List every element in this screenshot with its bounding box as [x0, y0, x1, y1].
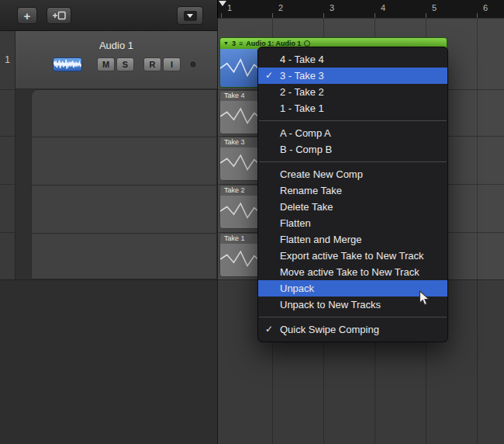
- menu-item-create-new-comp[interactable]: Create New Comp: [258, 166, 447, 182]
- check-icon: ✓: [265, 68, 273, 84]
- plus-icon: +: [24, 9, 31, 23]
- bar-tick: [477, 13, 478, 18]
- menu-separator: [259, 161, 447, 162]
- lane-divider: [32, 233, 216, 234]
- bar-tick: [272, 13, 273, 18]
- bar-tick: [221, 13, 222, 18]
- bar-number: 6: [483, 3, 488, 12]
- solo-button[interactable]: S: [116, 57, 134, 71]
- menu-item-rename-take[interactable]: Rename Take: [258, 182, 447, 199]
- lane-divider: [0, 232, 15, 233]
- disclosure-triangle-icon[interactable]: ▼: [223, 38, 229, 49]
- menu-item-quick-swipe-comping[interactable]: ✓ Quick Swipe Comping: [258, 321, 447, 338]
- menu-item-label: A - Comp A: [280, 127, 331, 139]
- menu-item-label: Quick Swipe Comping: [280, 324, 379, 335]
- menu-item-label: Export active Take to New Track: [280, 250, 423, 262]
- menu-item-comp-b[interactable]: B - Comp B: [258, 141, 447, 158]
- menu-item-label: 2 - Take 2: [280, 86, 324, 98]
- take-count: 3: [232, 40, 236, 47]
- menu-item-label: Unpack to New Tracks: [280, 299, 381, 310]
- duplicate-track-button[interactable]: [47, 7, 71, 24]
- menu-item-label: B - Comp B: [280, 144, 332, 155]
- menu-item-flatten-and-merge[interactable]: Flatten and Merge: [258, 231, 447, 248]
- lane-divider: [32, 137, 216, 137]
- lane-divider: [0, 136, 15, 137]
- bar-ruler[interactable]: 1 2 3 4 5 6: [217, 0, 504, 19]
- menu-item-label: 1 - Take 1: [280, 102, 324, 114]
- menu-item-label: Flatten: [280, 217, 311, 229]
- bar-number: 4: [381, 3, 385, 12]
- menu-item-take-4[interactable]: 4 - Take 4: [258, 51, 447, 68]
- track-state-indicator: [189, 61, 197, 68]
- menu-item-label: 3 - Take 3: [280, 70, 324, 82]
- bar-tick: [323, 13, 324, 18]
- check-icon: ✓: [265, 321, 273, 338]
- menu-separator: [259, 120, 447, 121]
- grid-line: [477, 19, 478, 444]
- lane-divider: [32, 185, 216, 186]
- track-number: 1: [0, 54, 15, 65]
- track-name[interactable]: Audio 1: [16, 40, 217, 51]
- menu-item-label: Create New Comp: [280, 168, 363, 180]
- menu-item-label: Move active Take to New Track: [280, 266, 419, 278]
- logic-pro-window: + 1 Audio 1 M S R I: [0, 0, 504, 444]
- track-header[interactable]: Audio 1 M S R I: [16, 31, 217, 89]
- take-lane-headers: [31, 89, 217, 279]
- menu-separator: [259, 317, 447, 317]
- track-number-column: 1: [0, 31, 16, 279]
- menu-item-delete-take[interactable]: Delete Take: [258, 199, 447, 215]
- empty-track-list-area: [0, 279, 217, 444]
- menu-item-comp-a[interactable]: A - Comp A: [258, 125, 447, 141]
- track-display-button[interactable]: [177, 6, 203, 25]
- menu-item-label: Unpack: [280, 283, 314, 294]
- bar-number: 3: [330, 3, 334, 12]
- track-header-toolbar: +: [0, 0, 217, 31]
- track-waveform-icon: [53, 57, 82, 71]
- mute-button[interactable]: M: [97, 57, 115, 71]
- take-folder-menu-icon[interactable]: ≡: [239, 40, 243, 47]
- menu-item-take-2[interactable]: 2 - Take 2: [258, 84, 447, 100]
- lane-divider: [0, 184, 15, 185]
- menu-item-take-1[interactable]: 1 - Take 1: [258, 100, 447, 116]
- bar-tick: [426, 13, 426, 18]
- record-enable-button[interactable]: R: [143, 57, 161, 71]
- menu-item-move-active-take[interactable]: Move active Take to New Track: [258, 264, 447, 280]
- menu-item-label: Delete Take: [280, 201, 333, 213]
- menu-item-label: Flatten and Merge: [280, 234, 362, 245]
- quick-swipe-icon: [304, 40, 310, 47]
- menu-item-take-3[interactable]: ✓ 3 - Take 3: [258, 68, 447, 84]
- plus-box-icon: [51, 11, 67, 20]
- menu-item-flatten[interactable]: Flatten: [258, 215, 447, 231]
- bar-number: 1: [227, 3, 232, 12]
- menu-item-label: Rename Take: [280, 185, 342, 196]
- bar-number: 5: [432, 3, 437, 12]
- input-monitor-button[interactable]: I: [163, 57, 181, 71]
- add-track-button[interactable]: +: [17, 7, 37, 24]
- menu-item-label: 4 - Take 4: [280, 54, 324, 65]
- bar-tick: [375, 13, 375, 18]
- lane-divider: [0, 89, 15, 90]
- bar-number: 2: [278, 3, 283, 12]
- mouse-cursor: [419, 290, 430, 307]
- playhead-marker[interactable]: [219, 1, 226, 6]
- menu-item-export-active-take[interactable]: Export active Take to New Track: [258, 248, 447, 264]
- down-arrow-box-icon: [184, 11, 197, 21]
